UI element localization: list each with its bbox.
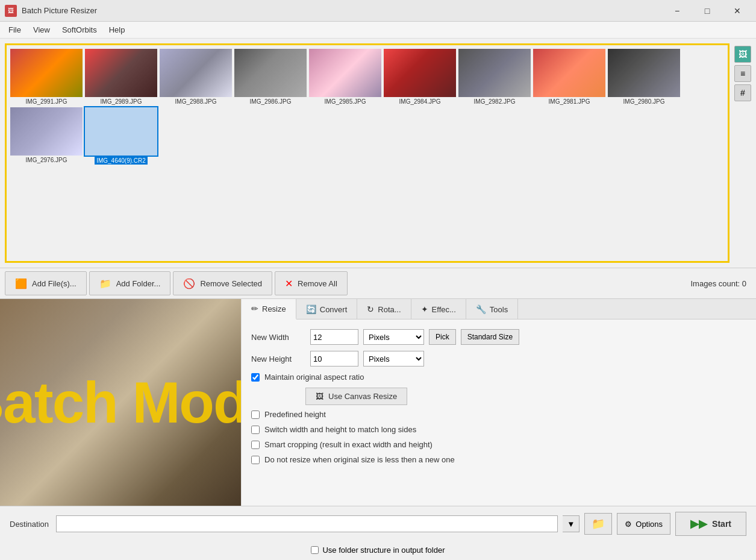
- new-height-row: New Height Pixels Percent Centimeters In…: [251, 351, 746, 367]
- remove-all-button[interactable]: ✕ Remove All: [275, 271, 348, 295]
- main-area: IMG_2991.JPG IMG_2989.JPG IMG_2988.JPG I…: [0, 39, 756, 560]
- rotate-tab-label: Rota...: [378, 305, 401, 314]
- batch-mode-watermark: Batch Mode: [0, 374, 241, 432]
- do-not-resize-checkbox[interactable]: [251, 456, 260, 464]
- remove-all-icon: ✕: [285, 278, 293, 289]
- list-item[interactable]: IMG_2985.JPG: [309, 49, 381, 105]
- list-item[interactable]: IMG_2982.JPG: [458, 49, 531, 105]
- image-filename: IMG_2986.JPG: [250, 98, 292, 105]
- tab-effects[interactable]: ✦ Effec...: [411, 299, 466, 319]
- image-filename: IMG_2989.JPG: [101, 98, 142, 105]
- new-width-row: New Width Pixels Percent Centimeters Inc…: [251, 329, 746, 345]
- list-item[interactable]: IMG_2976.JPG: [10, 107, 83, 165]
- images-count: Images count: 0: [691, 279, 752, 288]
- sidebar-icons: 🖼 ≡ #: [732, 43, 754, 263]
- new-width-input[interactable]: [310, 329, 358, 345]
- maximize-button[interactable]: □: [693, 0, 721, 22]
- list-icon: ≡: [740, 69, 745, 78]
- settings-panel: ✏ Resize 🔄 Convert ↻ Rota... ✦ Effec... …: [241, 299, 756, 506]
- new-width-label: New Width: [251, 333, 305, 342]
- smart-cropping-label: Smart cropping (result in exact width an…: [264, 440, 433, 449]
- image-grid: IMG_2991.JPG IMG_2989.JPG IMG_2988.JPG I…: [7, 45, 728, 168]
- bottom-bar: Destination ▼ 📁 ⚙ Options ▶▶ Start Use f…: [0, 506, 756, 560]
- remove-selected-icon: 🚫: [183, 278, 195, 289]
- toolbar: 🟧 Add File(s)... 📁 Add Folder... 🚫 Remov…: [0, 268, 756, 299]
- effects-tab-icon: ✦: [421, 304, 428, 314]
- menu-bar: File View SoftOrbits Help: [0, 22, 756, 39]
- list-item[interactable]: IMG_2986.JPG: [234, 49, 307, 105]
- new-height-label: New Height: [251, 354, 305, 363]
- add-folder-icon: 📁: [99, 278, 111, 289]
- add-folder-label: Add Folder...: [116, 279, 161, 288]
- preview-image: Batch Mode: [0, 299, 241, 506]
- list-item[interactable]: IMG_4640(9).CR2: [85, 107, 157, 165]
- thumbnails-view-button[interactable]: 🖼: [734, 46, 751, 63]
- thumbnail: [85, 49, 157, 97]
- grid-view-button[interactable]: #: [734, 84, 751, 101]
- canvas-resize-button[interactable]: 🖼 Use Canvas Resize: [305, 388, 407, 405]
- smart-cropping-checkbox[interactable]: [251, 441, 260, 449]
- thumbnail: [10, 49, 83, 97]
- switch-width-height-checkbox[interactable]: [251, 426, 260, 434]
- options-button[interactable]: ⚙ Options: [617, 513, 670, 535]
- start-icon: ▶▶: [690, 517, 707, 530]
- width-unit-select[interactable]: Pixels Percent Centimeters Inches: [363, 329, 424, 345]
- close-button[interactable]: ✕: [723, 0, 751, 22]
- title-bar: 🖼 Batch Picture Resizer − □ ✕: [0, 0, 756, 22]
- image-filename: IMG_2984.JPG: [399, 98, 441, 105]
- pick-size-button[interactable]: Pick: [429, 329, 456, 345]
- maintain-aspect-ratio-checkbox[interactable]: [251, 373, 260, 382]
- minimize-button[interactable]: −: [663, 0, 691, 22]
- thumbnail: [384, 49, 456, 97]
- options-label: Options: [636, 520, 663, 529]
- list-item[interactable]: IMG_2981.JPG: [533, 49, 605, 105]
- use-folder-structure-checkbox[interactable]: [311, 546, 319, 554]
- menu-view[interactable]: View: [27, 23, 56, 37]
- tab-convert[interactable]: 🔄 Convert: [296, 299, 358, 319]
- tab-rotate[interactable]: ↻ Rota...: [357, 299, 411, 319]
- image-filename: IMG_2980.JPG: [623, 98, 665, 105]
- new-height-input[interactable]: [310, 351, 358, 367]
- preview-area: Batch Mode: [0, 299, 241, 506]
- maintain-aspect-ratio-row: Maintain original aspect ratio: [251, 373, 746, 382]
- predefined-height-checkbox[interactable]: [251, 411, 260, 419]
- gear-icon: ⚙: [625, 520, 632, 529]
- image-filename: IMG_2991.JPG: [26, 98, 67, 105]
- browse-folder-button[interactable]: 📁: [584, 513, 612, 535]
- standard-size-button[interactable]: Standard Size: [461, 329, 519, 345]
- window-controls: − □ ✕: [663, 0, 751, 22]
- do-not-resize-row: Do not resize when original size is less…: [251, 455, 746, 464]
- tab-tools[interactable]: 🔧 Tools: [466, 299, 518, 319]
- add-files-button[interactable]: 🟧 Add File(s)...: [5, 271, 87, 295]
- tabs-bar: ✏ Resize 🔄 Convert ↻ Rota... ✦ Effec... …: [242, 299, 756, 319]
- resize-tab-icon: ✏: [251, 304, 258, 313]
- remove-all-label: Remove All: [298, 279, 337, 288]
- list-item[interactable]: IMG_2984.JPG: [384, 49, 456, 105]
- grid-icon: #: [740, 88, 745, 98]
- add-folder-button[interactable]: 📁 Add Folder...: [89, 271, 171, 295]
- thumbnail: [608, 49, 680, 97]
- image-filename: IMG_2981.JPG: [549, 98, 590, 105]
- start-label: Start: [712, 519, 731, 529]
- resize-tab-label: Resize: [262, 304, 286, 313]
- list-item[interactable]: IMG_2988.JPG: [160, 49, 232, 105]
- list-item[interactable]: IMG_2980.JPG: [608, 49, 680, 105]
- destination-dropdown-button[interactable]: ▼: [563, 515, 579, 532]
- menu-help[interactable]: Help: [103, 23, 131, 37]
- start-button[interactable]: ▶▶ Start: [675, 512, 746, 536]
- height-unit-select[interactable]: Pixels Percent Centimeters Inches: [363, 351, 424, 367]
- thumbnail: [160, 49, 232, 97]
- image-panel: IMG_2991.JPG IMG_2989.JPG IMG_2988.JPG I…: [5, 43, 729, 263]
- menu-softorbits[interactable]: SoftOrbits: [56, 23, 103, 37]
- menu-file[interactable]: File: [2, 23, 27, 37]
- list-view-button[interactable]: ≡: [734, 65, 751, 82]
- remove-selected-button[interactable]: 🚫 Remove Selected: [173, 271, 272, 295]
- destination-input[interactable]: [56, 515, 558, 532]
- tab-resize[interactable]: ✏ Resize: [242, 299, 296, 319]
- destination-label: Destination: [10, 520, 49, 529]
- list-item[interactable]: IMG_2991.JPG: [10, 49, 83, 105]
- list-item[interactable]: IMG_2989.JPG: [85, 49, 157, 105]
- image-filename: IMG_2976.JPG: [26, 157, 67, 163]
- use-folder-structure-label: Use folder structure in output folder: [322, 546, 445, 555]
- image-filename: IMG_2982.JPG: [474, 98, 516, 105]
